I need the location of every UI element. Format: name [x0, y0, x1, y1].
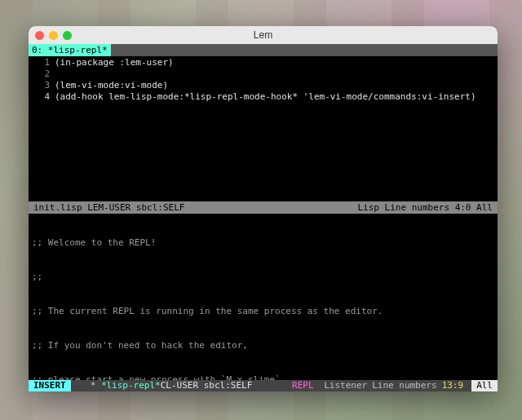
line-number: 3	[32, 80, 55, 91]
buffer-info: CL-USER sbcl:SELF	[161, 380, 253, 391]
vi-mode-indicator: INSERT	[29, 380, 71, 391]
mode-repl: REPL	[292, 380, 314, 391]
editor-line: 2	[32, 69, 498, 80]
line-number: 1	[32, 57, 55, 69]
editor-pane[interactable]: 1 (in-package :lem-user) 2 3 (lem-vi-mod…	[29, 56, 498, 201]
repl-comment: ;;	[32, 272, 494, 283]
editor-line: 1 (in-package :lem-user)	[32, 57, 498, 69]
mode-listener: Listener	[319, 380, 372, 391]
mode-line-numbers: Line numbers	[372, 380, 436, 391]
buffer-name: *lisp-repl*	[101, 380, 161, 391]
tab-lisp-repl[interactable]: 0: *lisp-repl*	[29, 44, 111, 56]
line-number: 4	[32, 91, 55, 103]
repl-comment: ;; The current REPL is running in the sa…	[32, 306, 494, 317]
repl-comment: ;; Welcome to the REPL!	[32, 237, 494, 249]
repl-comment: ;; If you don't need to hack the editor,	[32, 340, 494, 351]
repl-pane[interactable]: ;; Welcome to the REPL! ;; ;; The curren…	[29, 214, 498, 380]
line-number: 2	[32, 69, 55, 80]
tab-bar: 0: *lisp-repl*	[29, 44, 498, 56]
modeline-left: init.lisp LEM-USER sbcl:SELF	[33, 202, 184, 213]
modified-indicator: *	[91, 380, 96, 391]
modeline-right: Lisp Line numbers 4:0 All	[357, 202, 493, 213]
cursor-position: 13:9	[437, 380, 469, 391]
line-content: (lem-vi-mode:vi-mode)	[55, 80, 168, 91]
editor-line: 3 (lem-vi-mode:vi-mode)	[32, 80, 498, 91]
line-content: (in-package :lem-user)	[55, 57, 174, 69]
scroll-indicator: All	[471, 380, 498, 391]
editor-line: 4 (add-hook lem-lisp-mode:*lisp-repl-mod…	[32, 91, 498, 103]
titlebar[interactable]: Lem	[29, 26, 498, 44]
modeline-repl: INSERT * *lisp-repl* CL-USER sbcl:SELF R…	[29, 380, 498, 391]
modeline-editor: init.lisp LEM-USER sbcl:SELF Lisp Line n…	[29, 201, 498, 214]
line-content: (add-hook lem-lisp-mode:*lisp-repl-mode-…	[55, 91, 476, 103]
repl-comment: ;; please start a new process with `M-x …	[32, 374, 494, 380]
window-title: Lem	[29, 29, 498, 41]
app-window: Lem 0: *lisp-repl* 1 (in-package :lem-us…	[29, 26, 498, 391]
